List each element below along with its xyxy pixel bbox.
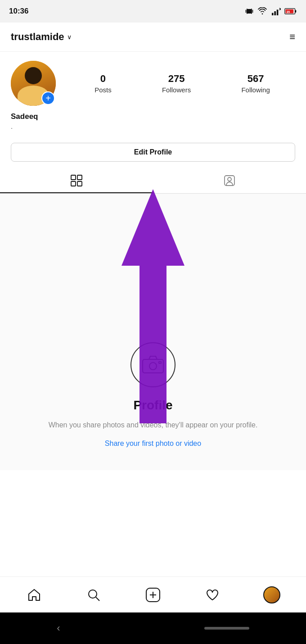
followers-stat[interactable]: 275 Followers <box>162 73 191 94</box>
purple-arrow <box>108 185 198 423</box>
grid-icon <box>70 174 83 187</box>
bottom-nav <box>0 576 306 612</box>
add-icon <box>145 587 161 603</box>
svg-rect-10 <box>71 175 76 180</box>
tab-tagged[interactable] <box>153 169 306 193</box>
share-first-photo-link[interactable]: Share your first photo or video <box>105 440 201 448</box>
signal-icon <box>271 7 281 15</box>
avatar-container[interactable]: + <box>11 61 56 106</box>
nav-activity[interactable] <box>199 581 226 608</box>
chevron-down-icon: ∨ <box>67 33 72 41</box>
svg-rect-11 <box>77 175 82 180</box>
status-time: 10:36 <box>9 7 28 16</box>
empty-state-title: Profile <box>133 398 172 413</box>
following-label: Following <box>241 86 270 94</box>
svg-rect-19 <box>159 362 161 363</box>
svg-rect-12 <box>71 181 76 186</box>
svg-rect-2 <box>274 11 276 15</box>
svg-marker-16 <box>122 189 184 423</box>
svg-text:35: 35 <box>286 10 290 14</box>
posts-count: 0 <box>100 73 106 85</box>
nav-profile[interactable] <box>258 581 285 608</box>
nav-profile-avatar <box>263 586 280 603</box>
camera-icon <box>141 355 165 375</box>
camera-circle <box>130 342 176 387</box>
followers-count: 275 <box>168 73 185 85</box>
username-row[interactable]: trustlamide ∨ <box>11 31 72 43</box>
top-nav: trustlamide ∨ ≡ <box>0 23 306 52</box>
status-icons: 35 <box>245 7 297 16</box>
svg-rect-1 <box>272 13 274 15</box>
tab-grid[interactable] <box>0 169 153 193</box>
svg-rect-3 <box>277 9 279 15</box>
username-text: trustlamide <box>11 31 64 43</box>
svg-rect-0 <box>247 9 252 13</box>
following-stat[interactable]: 567 Following <box>241 73 270 94</box>
followers-label: Followers <box>162 86 191 94</box>
nav-search[interactable] <box>80 581 107 608</box>
status-bar: 10:36 35 <box>0 0 306 23</box>
search-icon <box>87 588 100 602</box>
posts-label: Posts <box>94 86 112 94</box>
edit-profile-button[interactable]: Edit Profile <box>11 143 295 162</box>
posts-stat[interactable]: 0 Posts <box>94 73 112 94</box>
home-icon <box>27 588 41 602</box>
svg-point-15 <box>228 177 231 181</box>
empty-state-desc: When you share photos and videos, they'l… <box>49 420 258 431</box>
profile-header: + 0 Posts 275 Followers 567 Following <box>11 61 295 106</box>
back-button[interactable]: ‹ <box>57 622 60 634</box>
svg-rect-7 <box>295 10 297 12</box>
stats-row: 0 Posts 275 Followers 567 Following <box>69 73 295 94</box>
svg-line-21 <box>96 597 99 601</box>
tabs-row <box>0 169 306 194</box>
nav-home[interactable] <box>21 581 48 608</box>
wifi-icon <box>257 7 267 15</box>
hamburger-menu-icon[interactable]: ≡ <box>289 31 295 43</box>
svg-point-20 <box>89 590 97 598</box>
svg-rect-13 <box>77 181 82 186</box>
vibrate-icon <box>245 7 254 16</box>
profile-section: + 0 Posts 275 Followers 567 Following Sa… <box>0 52 306 137</box>
add-story-button[interactable]: + <box>41 91 55 105</box>
tagged-icon <box>223 174 236 187</box>
profile-bio: . <box>11 122 295 130</box>
following-count: 567 <box>248 73 264 85</box>
profile-name: Sadeeq <box>11 112 295 121</box>
battery-icon: 35 <box>284 7 297 15</box>
android-nav-bar: ‹ <box>0 612 306 644</box>
main-content: Profile When you share photos and videos… <box>0 194 306 470</box>
home-pill[interactable] <box>204 627 249 630</box>
svg-point-18 <box>149 363 157 370</box>
heart-icon <box>206 588 219 602</box>
nav-add[interactable] <box>140 581 166 608</box>
